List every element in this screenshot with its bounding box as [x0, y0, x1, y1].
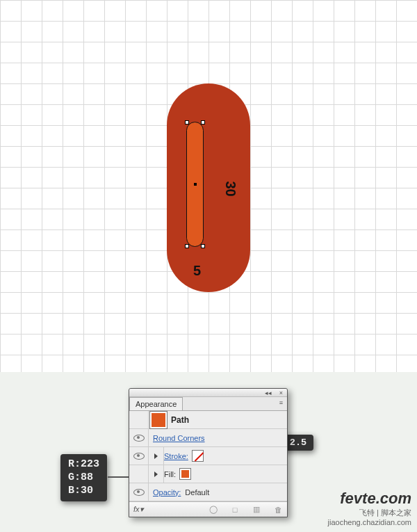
selection-handle[interactable] — [185, 244, 189, 248]
watermark-logo: fevte.com — [328, 490, 411, 508]
dimension-width: 5 — [193, 263, 201, 279]
expand-toggle[interactable] — [149, 447, 164, 465]
watermark-sub1: 飞特 | 脚本之家 — [328, 508, 411, 518]
opacity-value: Default — [185, 488, 209, 497]
selection-handle[interactable] — [201, 120, 205, 124]
object-swatch[interactable] — [150, 412, 167, 428]
row-fill[interactable]: Fill: — [129, 465, 287, 483]
row-stroke[interactable]: Stroke: — [129, 447, 287, 465]
selection-center[interactable] — [194, 183, 197, 186]
panel-footer: fx▾ ◯ □ ▥ 🗑 — [129, 501, 287, 517]
new-icon[interactable]: ▥ — [252, 505, 261, 515]
col-blank — [129, 411, 149, 429]
rgb-callout: R:223 G:88 B:30 — [60, 454, 107, 501]
rgb-b: B:30 — [68, 485, 99, 498]
object-type-label: Path — [171, 415, 189, 425]
lower-region: R:223 G:88 B:30 RADIUS: 2.5 ◂◂ × Appeara… — [0, 372, 417, 532]
duplicate-icon[interactable]: □ — [230, 505, 240, 515]
row-object[interactable]: Path — [129, 411, 287, 429]
eye-icon — [133, 453, 145, 460]
watermark-sub2: jiaocheng.chazidian.com — [328, 518, 411, 526]
close-icon[interactable]: × — [279, 389, 283, 396]
dimension-height: 30 — [222, 181, 238, 196]
visibility-toggle[interactable] — [129, 465, 149, 483]
panel-topstrip[interactable]: ◂◂ × — [129, 389, 287, 397]
fill-label: Fill: — [164, 470, 176, 478]
row-round-corners[interactable]: Round Corners — [129, 429, 287, 447]
eye-icon — [133, 435, 145, 442]
trash-icon[interactable]: 🗑 — [273, 505, 283, 515]
tab-appearance[interactable]: Appearance — [129, 397, 183, 410]
inner-rounded-rect[interactable] — [186, 122, 204, 247]
fill-swatch[interactable] — [180, 469, 190, 479]
triangle-icon — [154, 453, 158, 459]
opacity-link[interactable]: Opacity: — [153, 488, 181, 497]
visibility-toggle[interactable] — [129, 447, 149, 465]
row-opacity[interactable]: Opacity: Default — [129, 483, 287, 501]
selection-handle[interactable] — [185, 120, 189, 124]
round-corners-link[interactable]: Round Corners — [153, 434, 205, 442]
expand-toggle[interactable] — [149, 465, 164, 483]
stroke-swatch[interactable] — [193, 451, 203, 461]
stroke-link[interactable]: Stroke: — [164, 452, 188, 460]
rgb-g: G:88 — [68, 471, 99, 485]
collapse-icon[interactable]: ◂◂ — [265, 389, 272, 396]
appearance-panel[interactable]: ◂◂ × Appearance ≡ Path Round Corners Str… — [129, 388, 288, 517]
artboard-canvas[interactable]: 5 30 — [0, 0, 417, 372]
panel-menu-icon[interactable]: ≡ — [279, 399, 283, 406]
panel-tab-bar: Appearance ≡ — [129, 397, 287, 411]
triangle-icon — [154, 471, 158, 477]
eye-icon — [133, 489, 145, 496]
visibility-toggle[interactable] — [129, 429, 149, 447]
visibility-toggle[interactable] — [129, 483, 149, 501]
fx-menu[interactable]: fx▾ — [133, 505, 144, 514]
watermark: fevte.com 飞特 | 脚本之家 jiaocheng.chazidian.… — [328, 490, 411, 526]
rgb-r: R:223 — [68, 458, 99, 471]
clear-appearance-icon[interactable]: ◯ — [208, 505, 218, 515]
selection-handle[interactable] — [201, 244, 205, 248]
